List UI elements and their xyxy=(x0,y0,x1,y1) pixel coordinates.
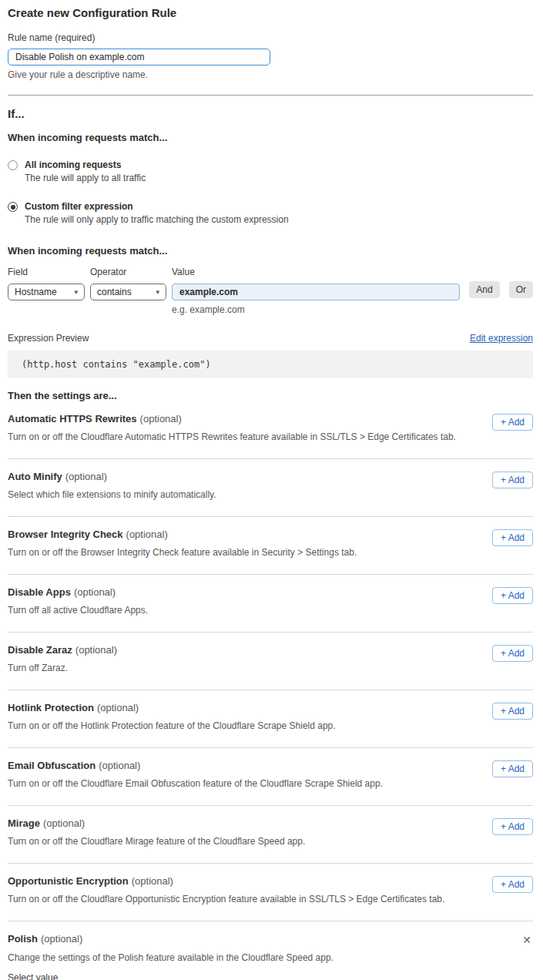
setting-description: Turn on or off the Browser Integrity Che… xyxy=(8,547,480,558)
radio-option-custom-expression[interactable]: Custom filter expression The rule will o… xyxy=(8,201,533,225)
setting-texts: Disable Apps(optional) Turn off all acti… xyxy=(8,586,492,616)
setting-title: Mirage(optional) xyxy=(8,817,480,829)
add-setting-button[interactable]: + Add xyxy=(492,529,533,546)
match-heading: When incoming requests match... xyxy=(8,132,533,143)
setting-title: Hotlink Protection(optional) xyxy=(8,702,480,713)
setting-item: Opportunistic Encryption(optional) Turn … xyxy=(8,864,533,921)
setting-description: Turn on or off the Cloudflare Mirage fea… xyxy=(8,836,480,847)
expression-preview-label: Expression Preview xyxy=(8,333,89,344)
close-icon[interactable]: ✕ xyxy=(522,935,531,945)
and-button[interactable]: And xyxy=(469,281,499,298)
value-label: Value xyxy=(172,267,460,277)
optional-suffix: (optional) xyxy=(74,586,116,598)
chevron-down-icon: ▾ xyxy=(156,288,159,296)
expression-code: (http.host contains "example.com") xyxy=(8,351,533,378)
optional-suffix: (optional) xyxy=(75,644,117,656)
setting-description: Turn on or off the Cloudflare Email Obfu… xyxy=(8,778,480,789)
settings-heading: Then the settings are... xyxy=(8,390,533,401)
add-setting-button[interactable]: + Add xyxy=(492,818,533,835)
add-setting-button[interactable]: + Add xyxy=(492,587,533,604)
setting-item: Mirage(optional) Turn on or off the Clou… xyxy=(8,806,533,864)
expression-builder-row: Field Hostname ▾ Operator contains ▾ Val… xyxy=(8,267,533,315)
setting-texts: Auto Minify(optional) Select which file … xyxy=(8,471,492,500)
polish-description: Change the settings of the Polish featur… xyxy=(8,952,533,963)
radio-option-label[interactable]: Custom filter expression xyxy=(25,201,289,212)
radio-texts: Custom filter expression The rule will o… xyxy=(25,201,289,225)
setting-description: Turn on or off the Hotlink Protection fe… xyxy=(8,720,480,731)
rule-name-help: Give your rule a descriptive name. xyxy=(8,69,533,80)
setting-title: Opportunistic Encryption(optional) xyxy=(8,875,480,887)
setting-texts: Hotlink Protection(optional) Turn on or … xyxy=(8,702,492,731)
value-input[interactable] xyxy=(172,284,460,300)
setting-name: Hotlink Protection xyxy=(8,702,94,713)
add-setting-button[interactable]: + Add xyxy=(492,472,533,488)
radio-button[interactable] xyxy=(8,160,18,170)
preview-header: Expression Preview Edit expression xyxy=(8,333,533,344)
radio-option-description: The rule will apply to all traffic xyxy=(25,173,146,183)
add-setting-button[interactable]: + Add xyxy=(492,703,533,720)
add-setting-button[interactable]: + Add xyxy=(492,645,533,662)
setting-item: Hotlink Protection(optional) Turn on or … xyxy=(8,690,533,748)
setting-description: Turn on or off the Cloudflare Automatic … xyxy=(8,431,480,442)
setting-name: Auto Minify xyxy=(8,471,62,482)
polish-header: Polish(optional) ✕ xyxy=(8,933,533,945)
field-label: Field xyxy=(8,267,85,277)
rule-name-section: Rule name (required) Give your rule a de… xyxy=(8,32,533,80)
setting-title: Polish(optional) xyxy=(8,933,82,945)
edit-expression-link[interactable]: Edit expression xyxy=(470,333,533,344)
setting-item: Automatic HTTPS Rewrites(optional) Turn … xyxy=(8,401,533,459)
setting-title: Browser Integrity Check(optional) xyxy=(8,529,480,540)
add-setting-button[interactable]: + Add xyxy=(492,876,533,893)
field-select[interactable]: Hostname ▾ xyxy=(8,284,85,300)
value-column: Value e.g. example.com xyxy=(172,267,460,315)
setting-item: Email Obfuscation(optional) Turn on or o… xyxy=(8,748,533,806)
chevron-down-icon: ▾ xyxy=(74,288,78,296)
setting-description: Turn off Zaraz. xyxy=(8,663,480,673)
select-value-label: Select value xyxy=(8,972,533,980)
setting-description: Turn on or off the Cloudflare Opportunis… xyxy=(8,894,480,904)
radio-button[interactable] xyxy=(8,202,18,212)
setting-title: Auto Minify(optional) xyxy=(8,471,480,482)
field-column: Field Hostname ▾ xyxy=(8,267,85,315)
setting-texts: Automatic HTTPS Rewrites(optional) Turn … xyxy=(8,413,492,442)
or-button[interactable]: Or xyxy=(509,281,533,298)
setting-name: Automatic HTTPS Rewrites xyxy=(8,413,137,425)
setting-item: Browser Integrity Check(optional) Turn o… xyxy=(8,517,533,575)
setting-texts: Browser Integrity Check(optional) Turn o… xyxy=(8,529,492,558)
setting-title: Disable Apps(optional) xyxy=(8,586,480,598)
expression-preview-section: Expression Preview Edit expression (http… xyxy=(8,333,533,378)
setting-name: Opportunistic Encryption xyxy=(8,875,129,887)
operator-label: Operator xyxy=(90,267,166,277)
setting-name: Disable Zaraz xyxy=(8,644,72,656)
setting-title: Email Obfuscation(optional) xyxy=(8,760,480,771)
settings-list: Automatic HTTPS Rewrites(optional) Turn … xyxy=(8,401,533,921)
optional-suffix: (optional) xyxy=(41,933,82,945)
setting-name: Polish xyxy=(8,933,38,945)
setting-name: Email Obfuscation xyxy=(8,760,96,771)
optional-suffix: (optional) xyxy=(140,413,182,425)
radio-option-description: The rule will only apply to traffic matc… xyxy=(25,214,289,225)
radio-texts: All incoming requests The rule will appl… xyxy=(25,159,146,183)
page-title: Create new Configuration Rule xyxy=(8,6,533,19)
if-heading: If... xyxy=(8,107,533,120)
value-hint: e.g. example.com xyxy=(172,304,460,315)
add-setting-button[interactable]: + Add xyxy=(492,414,533,431)
setting-name: Disable Apps xyxy=(8,586,71,598)
rule-name-input[interactable] xyxy=(8,49,270,65)
if-section: If... When incoming requests match... Al… xyxy=(8,107,533,225)
add-setting-button[interactable]: + Add xyxy=(492,760,533,777)
setting-description: Select which file extensions to minify a… xyxy=(8,489,480,500)
setting-item: Disable Zaraz(optional) Turn off Zaraz. … xyxy=(8,633,533,690)
rule-name-label: Rule name (required) xyxy=(8,32,533,43)
operator-select-value: contains xyxy=(97,287,151,297)
radio-option-label[interactable]: All incoming requests xyxy=(25,159,146,170)
optional-suffix: (optional) xyxy=(99,760,140,771)
setting-name: Mirage xyxy=(8,817,40,829)
setting-item: Disable Apps(optional) Turn off all acti… xyxy=(8,575,533,633)
setting-texts: Disable Zaraz(optional) Turn off Zaraz. xyxy=(8,644,492,673)
create-configuration-rule-page: Create new Configuration Rule Rule name … xyxy=(0,0,543,980)
optional-suffix: (optional) xyxy=(126,529,168,540)
operator-select[interactable]: contains ▾ xyxy=(90,284,166,300)
radio-option-all-requests[interactable]: All incoming requests The rule will appl… xyxy=(8,159,533,183)
optional-suffix: (optional) xyxy=(132,875,173,887)
